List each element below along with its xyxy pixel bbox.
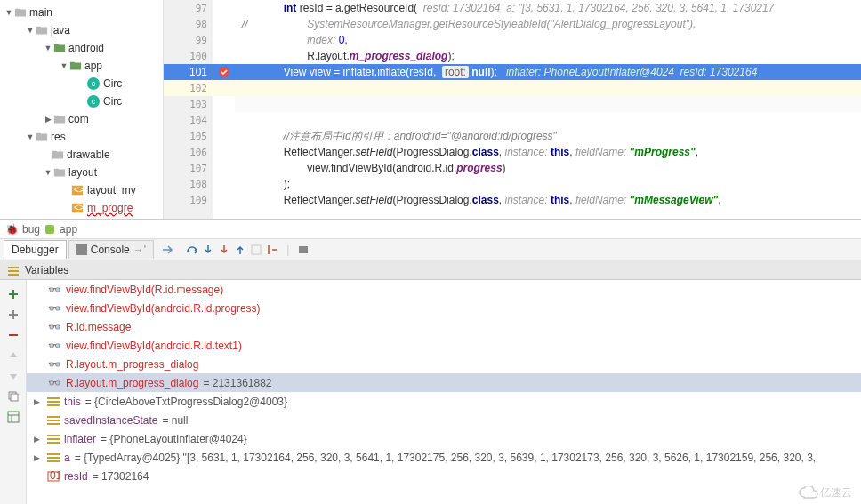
gutter-108[interactable]: 108: [164, 176, 213, 192]
bug-icon: 🐞: [5, 223, 19, 236]
add-watch-icon[interactable]: [3, 284, 24, 304]
var-this[interactable]: ▶this = {CircleAboveTxtProgressDialog2@4…: [27, 392, 861, 411]
gutter-marks: [213, 0, 235, 219]
error-icon: [218, 66, 230, 78]
step-over-icon[interactable]: [185, 243, 199, 257]
var-saved[interactable]: savedInstanceState = null: [27, 411, 861, 429]
object-icon: [47, 452, 60, 463]
code-editor[interactable]: int resId = a.getResourceId( resId: 1730…: [235, 0, 861, 219]
svg-text:<>: <>: [74, 184, 84, 195]
tree-layout-my[interactable]: <>layout_my: [0, 181, 163, 199]
svg-rect-22: [47, 438, 60, 440]
move-up-icon[interactable]: [3, 346, 24, 365]
glasses-icon: 👓: [47, 284, 61, 296]
show-watches-icon[interactable]: [3, 407, 24, 427]
gutter-106[interactable]: 106: [164, 144, 213, 160]
xml-icon: <>: [71, 184, 84, 196]
glasses-icon: 👓: [47, 377, 61, 389]
gutter-109[interactable]: 109: [164, 192, 213, 208]
tree-app[interactable]: ▼app: [0, 57, 163, 75]
glasses-icon: 👓: [47, 340, 61, 352]
gutter-99[interactable]: 99: [164, 32, 213, 48]
tree-android[interactable]: ▼android: [0, 39, 163, 57]
debug-tab-bar: Debugger Console→' | |: [0, 239, 861, 260]
gutter-97[interactable]: 97: [164, 0, 213, 16]
svg-rect-17: [47, 404, 60, 406]
move-down-icon[interactable]: [3, 366, 24, 386]
line-108[interactable]: );: [235, 176, 861, 192]
line-102[interactable]: [235, 80, 861, 96]
svg-text:<>: <>: [74, 202, 84, 212]
run-to-cursor-icon[interactable]: [265, 243, 279, 257]
primitive-icon: 01: [47, 471, 60, 482]
glasses-icon: 👓: [47, 321, 61, 333]
gutter-101[interactable]: 101: [164, 64, 213, 80]
tree-layout[interactable]: ▼layout: [0, 164, 163, 181]
watch-row[interactable]: 👓view.findViewById(android.R.id.text1): [27, 336, 861, 355]
gutter-100[interactable]: 100: [164, 48, 213, 64]
breadcrumb: 🐞bug app: [0, 220, 861, 239]
svg-rect-24: [47, 453, 60, 455]
line-100[interactable]: R.layout.m_progress_dialog);: [235, 48, 861, 64]
tab-debugger[interactable]: Debugger: [4, 240, 67, 259]
show-exec-icon[interactable]: [160, 243, 174, 257]
tree-java[interactable]: ▼java: [0, 21, 163, 39]
svg-rect-8: [299, 246, 308, 253]
copy-icon[interactable]: [3, 387, 24, 406]
svg-rect-18: [47, 416, 60, 418]
watch-row-selected[interactable]: 👓R.layout.m_progress_dialog = 2131361882: [27, 373, 861, 392]
var-a[interactable]: ▶a = {TypedArray@4025} "[3, 5631, 1, 173…: [27, 448, 861, 467]
tree-main[interactable]: ▼main: [0, 4, 163, 21]
line-97[interactable]: int resId = a.getResourceId( resId: 1730…: [235, 0, 861, 16]
line-109[interactable]: ReflectManger.setField(ProgressDialog.cl…: [235, 192, 861, 208]
variables-list[interactable]: 👓view.findViewById(R.id.message) 👓view.f…: [27, 280, 861, 504]
new-watch-icon[interactable]: [3, 305, 24, 324]
step-out-icon[interactable]: [233, 243, 247, 257]
app-icon: [44, 223, 56, 236]
line-103[interactable]: [235, 96, 861, 112]
line-106[interactable]: ReflectManger.setField(ProgressDialog.cl…: [235, 144, 861, 160]
tree-res[interactable]: ▼res: [0, 128, 163, 146]
gutter-98[interactable]: 98: [164, 16, 213, 32]
line-104[interactable]: [235, 112, 861, 128]
svg-rect-7: [252, 245, 261, 254]
svg-rect-16: [47, 401, 60, 403]
gutter-104[interactable]: 104: [164, 112, 213, 128]
svg-rect-25: [47, 457, 60, 459]
watch-row[interactable]: 👓view.findViewById(android.R.id.progress…: [27, 299, 861, 317]
var-inflater[interactable]: ▶inflater = {PhoneLayoutInflater@4024}: [27, 429, 861, 448]
tree-drawable[interactable]: drawable: [0, 146, 163, 164]
watch-row[interactable]: 👓R.layout.m_progress_dialog: [27, 355, 861, 373]
variables-toolbar: [0, 280, 27, 504]
svg-rect-21: [47, 435, 60, 436]
tree-circ1[interactable]: cCirc: [0, 75, 163, 92]
tree-m-progre[interactable]: <>m_progre: [0, 199, 163, 217]
var-resid[interactable]: 01resId = 17302164: [27, 467, 861, 485]
evaluate-icon[interactable]: [296, 243, 310, 257]
svg-rect-9: [8, 267, 19, 268]
variables-title: Variables: [25, 264, 68, 276]
object-icon: [47, 415, 60, 426]
gutter-105[interactable]: 105: [164, 128, 213, 144]
watch-row[interactable]: 👓view.findViewById(R.id.message): [27, 280, 861, 299]
editor-gutter[interactable]: 97 98 99 100 101 102 103 104 105 106 107…: [164, 0, 213, 219]
tree-com[interactable]: ▶com: [0, 110, 163, 128]
remove-watch-icon[interactable]: [3, 325, 24, 345]
line-98[interactable]: // SystemResourceManager.getResourceStyl…: [235, 16, 861, 32]
xml-icon: <>: [71, 202, 84, 214]
project-tree[interactable]: ▼main ▼java ▼android ▼app cCirc cCirc ▶c…: [0, 0, 164, 219]
gutter-102[interactable]: 102: [164, 80, 213, 96]
line-101-current[interactable]: View view = inflater.inflate(resId, root…: [235, 64, 861, 80]
force-step-into-icon[interactable]: [217, 243, 231, 257]
drop-frame-icon[interactable]: [249, 243, 263, 257]
line-99[interactable]: index: 0,: [235, 32, 861, 48]
tree-circ2[interactable]: cCirc: [0, 92, 163, 110]
gutter-107[interactable]: 107: [164, 160, 213, 176]
gutter-103[interactable]: 103: [164, 96, 213, 112]
tab-console[interactable]: Console→': [68, 240, 154, 259]
svg-rect-10: [8, 270, 19, 272]
line-105[interactable]: //注意布局中id的引用：android:id="@android:id/pro…: [235, 128, 861, 144]
line-107[interactable]: view.findViewById(android.R.id.progress): [235, 160, 861, 176]
step-into-icon[interactable]: [201, 243, 215, 257]
watch-row[interactable]: 👓R.id.message: [27, 317, 861, 336]
